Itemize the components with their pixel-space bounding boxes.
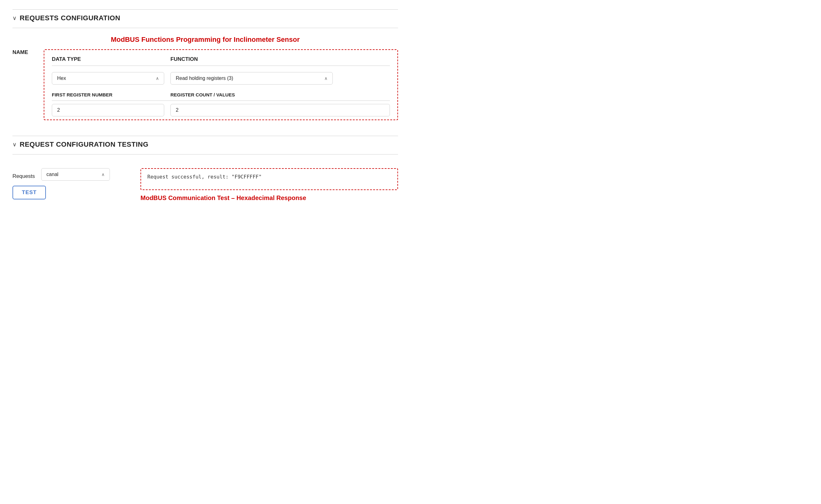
first-register-input[interactable] bbox=[52, 104, 164, 116]
requests-config-title: REQUESTS CONFIGURATION bbox=[20, 14, 120, 22]
testing-row: Requests canal ∧ TEST Request successful… bbox=[12, 168, 398, 202]
canal-dropdown-chevron-icon: ∧ bbox=[101, 172, 105, 177]
result-text: Request successful, result: "F9CFFFFF" bbox=[147, 174, 262, 180]
data-type-column-header: DATA TYPE bbox=[52, 56, 170, 62]
sub-headers-row: FIRST REGISTER NUMBER REGISTER COUNT / V… bbox=[52, 92, 390, 101]
request-testing-title: REQUEST CONFIGURATION TESTING bbox=[20, 140, 149, 149]
request-testing-content: Requests canal ∧ TEST Request successful… bbox=[12, 156, 398, 211]
input-fields-row bbox=[52, 104, 390, 116]
request-testing-divider bbox=[12, 154, 398, 154]
request-testing-chevron-icon: ∨ bbox=[12, 141, 17, 148]
requests-config-divider bbox=[12, 28, 398, 28]
dropdowns-row: Hex ∧ Read holding registers (3) ∧ bbox=[52, 72, 390, 85]
register-count-label: REGISTER COUNT / VALUES bbox=[170, 92, 390, 97]
function-dropdown-value: Read holding registers (3) bbox=[176, 76, 233, 81]
testing-right-section: Request successful, result: "F9CFFFFF" M… bbox=[140, 168, 398, 202]
testing-left-section: Requests canal ∧ TEST bbox=[12, 168, 131, 199]
modbus-caption: ModBUS Communication Test – Hexadecimal … bbox=[140, 194, 398, 202]
requests-config-content: ModBUS Functions Programming for Inclino… bbox=[12, 29, 398, 133]
requests-config-section: ∨ REQUESTS CONFIGURATION ModBUS Function… bbox=[12, 9, 398, 133]
request-testing-section: ∨ REQUEST CONFIGURATION TESTING Requests… bbox=[12, 136, 398, 211]
canal-dropdown[interactable]: canal ∧ bbox=[41, 168, 110, 181]
requests-config-chevron-icon: ∨ bbox=[12, 15, 17, 22]
function-chevron-icon: ∧ bbox=[324, 76, 327, 81]
table-header-row: NAME DATA TYPE FUNCTION Hex ∧ Read holdi… bbox=[12, 49, 398, 120]
test-button-label: TEST bbox=[22, 189, 37, 196]
register-count-input[interactable] bbox=[170, 104, 390, 116]
function-column-header: FUNCTION bbox=[170, 56, 390, 62]
name-column-header: NAME bbox=[12, 49, 44, 56]
modbus-functions-title: ModBUS Functions Programming for Inclino… bbox=[12, 36, 398, 44]
data-type-dropdown[interactable]: Hex ∧ bbox=[52, 72, 164, 85]
inner-table-header: DATA TYPE FUNCTION bbox=[52, 56, 390, 66]
requests-label: Requests bbox=[12, 173, 35, 179]
data-type-chevron-icon: ∧ bbox=[156, 76, 159, 81]
result-output-box: Request successful, result: "F9CFFFFF" bbox=[140, 168, 398, 190]
data-type-dropdown-value: Hex bbox=[57, 76, 66, 81]
requests-config-header[interactable]: ∨ REQUESTS CONFIGURATION bbox=[12, 9, 398, 27]
function-dropdown[interactable]: Read holding registers (3) ∧ bbox=[170, 72, 333, 85]
request-testing-header[interactable]: ∨ REQUEST CONFIGURATION TESTING bbox=[12, 136, 398, 153]
test-button[interactable]: TEST bbox=[12, 186, 46, 199]
requests-row: Requests canal ∧ bbox=[12, 168, 110, 181]
first-register-label: FIRST REGISTER NUMBER bbox=[52, 92, 164, 97]
canal-dropdown-value: canal bbox=[47, 172, 58, 177]
